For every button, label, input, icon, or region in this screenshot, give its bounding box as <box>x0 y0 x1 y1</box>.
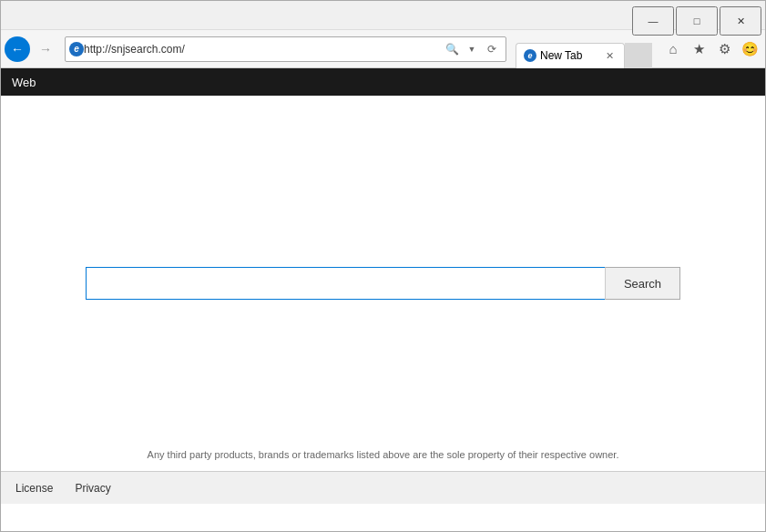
tab-label: New Tab <box>540 49 582 62</box>
address-bar: e 🔍 ▼ ⟳ <box>65 36 506 62</box>
address-search-icon[interactable]: 🔍 <box>442 39 462 59</box>
title-bar: — □ ✕ <box>1 1 765 30</box>
disclaimer-text: Any third party products, brands or trad… <box>1 449 765 460</box>
settings-icon[interactable]: ⚙ <box>712 37 736 61</box>
active-tab[interactable]: e New Tab ✕ <box>516 43 625 68</box>
back-button[interactable]: ← <box>5 36 30 62</box>
forward-button[interactable]: → <box>32 36 59 63</box>
refresh-button[interactable]: ⟳ <box>482 39 502 59</box>
home-icon[interactable]: ⌂ <box>661 37 685 61</box>
smiley-icon[interactable]: 😊 <box>738 37 761 61</box>
maximize-button[interactable]: □ <box>676 6 718 36</box>
search-area: Search <box>86 267 680 300</box>
search-input[interactable] <box>86 267 605 300</box>
web-bar-label: Web <box>12 76 36 89</box>
tab-favicon: e <box>524 49 536 62</box>
window-controls: — □ ✕ <box>632 6 761 36</box>
address-input[interactable] <box>84 43 442 56</box>
ie-favicon: e <box>69 42 84 56</box>
new-tab-area <box>625 43 652 68</box>
dropdown-icon[interactable]: ▼ <box>462 39 482 59</box>
privacy-link[interactable]: Privacy <box>75 482 110 495</box>
search-button[interactable]: Search <box>605 267 680 300</box>
toolbar-icons: ⌂ ★ ⚙ 😊 <box>661 37 761 61</box>
footer: License Privacy <box>1 471 765 504</box>
license-link[interactable]: License <box>15 482 53 495</box>
minimize-button[interactable]: — <box>632 6 674 36</box>
nav-bar: ← → e 🔍 ▼ ⟳ e New Tab ✕ ⌂ ★ ⚙ 😊 <box>1 30 765 68</box>
favorites-icon[interactable]: ★ <box>687 37 710 61</box>
close-button[interactable]: ✕ <box>720 6 761 36</box>
web-bar: Web <box>1 68 765 96</box>
page-content: Search Any third party products, brands … <box>1 96 765 471</box>
tab-close-button[interactable]: ✕ <box>602 48 617 63</box>
